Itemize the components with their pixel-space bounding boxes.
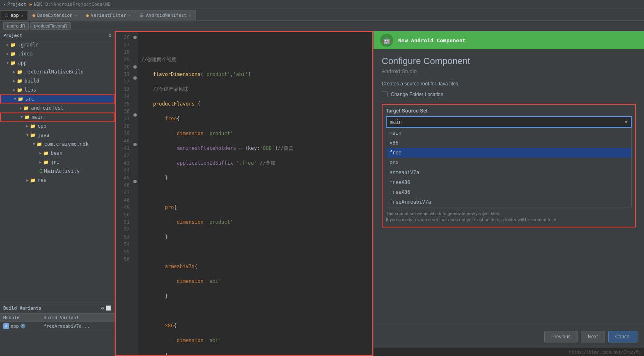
next-button[interactable]: Next [581,331,605,342]
main-content: Project ⚙ ▶ 📁 .gradle ▶ 📁 .idea ▼ 📁 app [0,31,644,356]
arrow-icon: ▶ [13,88,15,92]
source-set-dropdown[interactable]: main ▼ [386,116,632,128]
tab-app[interactable]: ⬡ app ✕ [0,10,28,20]
tab-variantfilter-close[interactable]: ✕ [128,13,131,18]
dialog-description: Creates a source root for Java files. [382,81,636,87]
tree-item-libs[interactable]: ▶ 📁 libs [0,85,115,94]
dialog-panel: 🤖 New Android Component Configure Compon… [373,31,644,356]
tab-androidmanifest[interactable]: ☰ AndroidManifest ✕ [135,10,195,20]
file-tree: ▶ 📁 .gradle ▶ 📁 .idea ▼ 📁 app ▶ 📁 .exter… [0,40,115,303]
folder-icon: 📁 [17,69,23,75]
build-variants-title: Build Variants [3,305,41,311]
gutter [132,32,138,355]
arrow-icon: ▶ [26,178,28,182]
breadcrumb-productflavors[interactable]: productFlavors{} [30,22,71,30]
left-panel: Project ⚙ ▶ 📁 .gradle ▶ 📁 .idea ▼ 📁 app [0,31,115,356]
arrow-icon: ▼ [14,97,16,101]
bv-settings-icon[interactable]: ⚙ [101,305,104,311]
code-line: manifestPlaceholders = [key:'888']//覆盖 [141,145,369,152]
tab-baseext-close[interactable]: ✕ [75,13,77,18]
top-bar: ▾ Project ▶ NDK D:\AndroidProjectCode\ND [0,0,644,9]
tree-item-bean[interactable]: ▶ 📁 bean [0,149,115,158]
gutter-dot [133,36,137,39]
gutter-dot [133,65,137,69]
folder-icon: 📁 [10,51,16,57]
cancel-button[interactable]: Cancel [608,331,637,342]
code-lines[interactable]: //创建两个维度 flavorDimensions('product','abi… [138,32,372,355]
breadcrumb-android[interactable]: android{} [3,22,29,30]
change-folder-checkbox[interactable] [382,92,387,97]
code-line: dimension 'abi' [141,337,369,344]
code-line: //创建产品风味 [141,85,369,93]
folder-icon: 📁 [10,42,16,48]
bv-row-app[interactable]: A app i freeArmeabiV7a... [0,322,115,331]
gutter-dot [133,76,137,80]
tree-item-comcrazymondk[interactable]: ▼ 📁 com.crazymo.ndk [0,140,115,149]
code-line: } [141,233,369,241]
dropdown-option-freex86-1[interactable]: freeX86 [386,177,631,187]
tree-item-mainactivity[interactable]: G MainActivity [0,167,115,176]
dropdown-option-armv7a[interactable]: armeabiV7a [386,168,631,177]
ndk-folder-icon: ▶ [30,2,32,7]
dialog-header: 🤖 New Android Component [374,31,644,49]
code-content[interactable]: 2627282930 3132333435 3637383940 4142434… [116,32,372,355]
panel-settings-icon[interactable]: ⚙ [108,33,111,38]
build-variants-panel: Build Variants ⚙ ⬜ Module Build Variant [0,303,115,356]
tab-app-icon: ⬡ [5,13,9,18]
code-line: dimension 'product' [141,130,369,137]
tab-variantfilter-icon: ● [86,13,89,18]
tab-androidmanifest-close[interactable]: ✕ [189,13,191,18]
panel-title-text: Project [3,33,22,38]
dialog-studio-label: Android Studio [382,68,636,74]
bv-maximize-icon[interactable]: ⬜ [105,305,111,311]
tree-item-jni[interactable]: ▶ 📁 jni [0,158,115,167]
dropdown-option-freex86-2[interactable]: freeX86 [386,187,631,197]
dialog-section-title: Configure Component [382,56,636,67]
previous-button[interactable]: Previous [544,331,578,342]
gutter-dot [133,180,137,183]
tree-item-build[interactable]: ▶ 📁 build [0,76,115,85]
hint-text: The source set within which to generate … [386,211,632,223]
code-editor: 2627282930 3132333435 3637383940 4142434… [115,31,373,356]
arrow-icon: ▼ [7,61,9,65]
code-line: } [141,351,369,355]
tree-item-res[interactable]: ▶ 📁 res [0,176,115,185]
code-line [141,307,369,315]
dropdown-option-free[interactable]: free [386,148,631,158]
code-line: //创建两个维度 [141,56,369,63]
tree-item-idea[interactable]: ▶ 📁 .idea [0,49,115,58]
arrow-icon: ▶ [13,79,15,83]
folder-icon: 📁 [43,160,49,165]
tree-item-androidtest[interactable]: ▶ 📁 androidTest [0,103,115,113]
tree-item-cpp[interactable]: ▶ 📁 cpp [0,122,115,131]
target-source-set-label: Target Source Set [386,108,632,114]
tree-item-app[interactable]: ▼ 📁 app [0,58,115,67]
dropdown-option-pro[interactable]: pro [386,158,631,168]
tree-item-src[interactable]: ▼ 📁 src [0,94,115,103]
tab-app-close[interactable]: ✕ [21,13,23,18]
dialog-header-title: New Android Component [398,37,465,44]
code-line [141,189,369,196]
folder-icon: 📁 [24,115,30,120]
folder-icon: 📁 [37,142,42,147]
tree-item-gradle[interactable]: ▶ 📁 .gradle [0,40,115,49]
dropdown-option-x86[interactable]: x86 [386,138,631,148]
bv-col-module: Module [0,314,40,322]
ndk-label: ▶ NDK D:\AndroidProjectCode\ND [30,2,110,7]
build-variants-icons: ⚙ ⬜ [101,305,111,311]
code-line: armeabiV7a{ [141,263,369,270]
project-label[interactable]: ▾ Project [3,2,26,7]
tree-item-main[interactable]: ▼ 📁 main [0,113,115,122]
code-line: } [141,174,369,181]
dropdown-list: main x86 free pro armeabiV7a [386,128,632,207]
tree-item-externalnativebuild[interactable]: ▶ 📁 .externalNativeBuild [0,67,115,76]
info-icon[interactable]: i [21,324,25,328]
tree-item-java[interactable]: ▼ 📁 java [0,131,115,140]
dropdown-option-freearmv7a[interactable]: freeArmeabiV7a [386,197,631,207]
tab-variantfilter[interactable]: ● VariantFilter ✕ [82,10,135,20]
dropdown-option-main[interactable]: main [386,128,631,138]
dialog-android-icon: 🤖 [380,34,393,47]
code-line: dimension 'abi' [141,278,369,285]
tab-baseextension[interactable]: ● BaseExtension ✕ [28,10,82,20]
arrow-icon: ▶ [7,43,9,47]
